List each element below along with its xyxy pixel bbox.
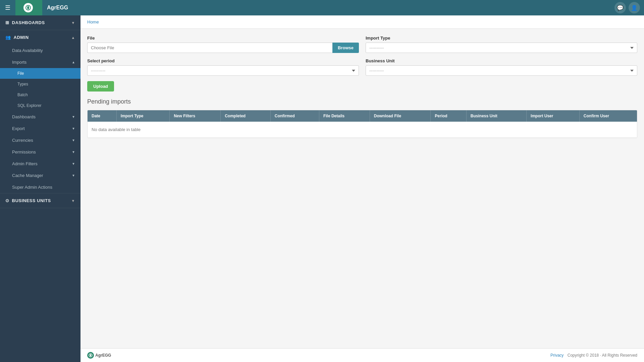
top-navbar: ☰ AgrEGG 💬 👤 [0, 0, 644, 15]
footer-brand-name: AgrEGG [95, 353, 111, 358]
business-units-icon: ⊙ [5, 198, 9, 203]
svg-point-3 [90, 354, 91, 357]
sidebar-header-business-units-left: ⊙ BUSINESS UNITS [5, 198, 51, 203]
col-import-type: Import Type [116, 110, 169, 122]
footer-right: Privacy Copyright © 2018 · All Rights Re… [550, 353, 637, 358]
sidebar-item-dashboards-sub[interactable]: Dashboards ▼ [0, 111, 80, 123]
imports-chevron-icon: ▲ [72, 60, 75, 64]
select-period-select[interactable]: ---------- [87, 65, 359, 76]
table-header-row: Date Import Type New Filters Completed C… [88, 110, 637, 122]
business-units-chevron-icon: ▼ [71, 199, 75, 203]
layout: ⊞ DASHBOARDS ▼ 👥 ADMIN ▲ Data Availabili… [0, 15, 644, 362]
upload-button[interactable]: Upload [87, 81, 114, 92]
form-group-file: File Browse [87, 36, 359, 53]
sidebar-item-batch[interactable]: Batch [0, 89, 80, 100]
export-chevron-icon: ▼ [72, 127, 75, 130]
sidebar-item-label-cache-manager: Cache Manager [12, 173, 43, 178]
form-group-business-unit: Business Unit ---------- [366, 58, 637, 76]
footer-logo: AgrEGG [87, 352, 111, 359]
footer-logo-icon [87, 352, 94, 359]
sidebar-item-data-availability[interactable]: Data Availability [0, 45, 80, 56]
sidebar-item-label-dashboards-sub: Dashboards [12, 114, 36, 119]
sidebar-header-dashboards[interactable]: ⊞ DASHBOARDS ▼ [0, 15, 80, 30]
file-label: File [87, 36, 359, 41]
business-unit-select[interactable]: ---------- [366, 65, 637, 76]
sidebar-label-dashboards: DASHBOARDS [12, 20, 45, 25]
footer-logo-svg [88, 353, 93, 358]
chevron-down-icon: ▼ [71, 21, 75, 25]
main-content: Home File Browse Import Type ---------- [80, 15, 644, 362]
file-input[interactable] [87, 43, 332, 53]
sidebar-item-label-data-availability: Data Availability [12, 48, 43, 53]
svg-point-1 [27, 6, 29, 9]
sidebar-item-label-types: Types [17, 82, 28, 86]
brand-name: AgrEGG [42, 5, 68, 11]
sidebar-section-dashboards: ⊞ DASHBOARDS ▼ [0, 15, 80, 30]
col-completed: Completed [221, 110, 271, 122]
table-body: No data available in table [88, 122, 637, 138]
sidebar-item-currencies[interactable]: Currencies ▼ [0, 134, 80, 146]
logo-svg [25, 5, 31, 11]
sidebar-header-dashboards-left: ⊞ DASHBOARDS [5, 20, 45, 25]
browse-button[interactable]: Browse [332, 43, 359, 53]
form-row-1: File Browse Import Type ---------- [87, 36, 637, 53]
hamburger-icon: ☰ [5, 4, 10, 11]
privacy-link[interactable]: Privacy [550, 353, 564, 358]
sidebar-item-label-super-admin-actions: Super Admin Actions [12, 185, 52, 190]
col-download-file: Download File [370, 110, 431, 122]
footer-copyright: Copyright © 2018 · All Rights Reserved [568, 353, 637, 358]
sidebar-label-business-units: BUSINESS UNITS [12, 198, 51, 203]
sidebar-item-label-currencies: Currencies [12, 138, 33, 143]
page-body: File Browse Import Type ---------- Selec… [80, 29, 644, 348]
sidebar-item-label-sql-explorer: SQL Explorer [17, 103, 42, 108]
sidebar-header-business-units[interactable]: ⊙ BUSINESS UNITS ▼ [0, 193, 80, 208]
col-confirmed: Confirmed [270, 110, 319, 122]
sidebar-item-file[interactable]: File [0, 68, 80, 79]
sidebar-item-label-file: File [17, 71, 24, 76]
sidebar-item-label-imports: Imports [12, 60, 26, 65]
pending-imports-table: Date Import Type New Filters Completed C… [88, 110, 637, 138]
admin-icon: 👥 [5, 35, 11, 40]
sidebar-section-business-units: ⊙ BUSINESS UNITS ▼ [0, 193, 80, 208]
col-import-user: Import User [527, 110, 580, 122]
col-new-filters: New Filters [170, 110, 221, 122]
navbar-left: ☰ AgrEGG [0, 0, 68, 15]
col-business-unit: Business Unit [466, 110, 526, 122]
select-period-label: Select period [87, 58, 359, 63]
sidebar-item-permissions[interactable]: Permissions ▼ [0, 146, 80, 158]
sidebar-item-imports[interactable]: Imports ▲ [0, 56, 80, 68]
file-input-group: Browse [87, 43, 359, 53]
sidebar-header-admin-left: 👥 ADMIN [5, 35, 29, 40]
breadcrumb-home-link[interactable]: Home [87, 19, 99, 24]
admin-filters-chevron-icon: ▼ [72, 162, 75, 166]
sidebar-header-admin[interactable]: 👥 ADMIN ▲ [0, 30, 80, 45]
sidebar-item-super-admin-actions[interactable]: Super Admin Actions [0, 181, 80, 193]
sidebar-item-cache-manager[interactable]: Cache Manager ▼ [0, 170, 80, 181]
chevron-up-icon: ▲ [71, 36, 75, 40]
breadcrumb: Home [80, 15, 644, 29]
sidebar-item-admin-filters[interactable]: Admin Filters ▼ [0, 158, 80, 170]
form-group-select-period: Select period ---------- [87, 58, 359, 76]
col-file-details: File Details [319, 110, 370, 122]
import-type-select[interactable]: ---------- [366, 43, 637, 53]
brand-logo[interactable] [15, 0, 42, 15]
sidebar: ⊞ DASHBOARDS ▼ 👥 ADMIN ▲ Data Availabili… [0, 15, 80, 362]
hamburger-button[interactable]: ☰ [0, 0, 15, 15]
sidebar-label-admin: ADMIN [14, 35, 29, 40]
col-confirm-user: Confirm User [579, 110, 637, 122]
sidebar-item-types[interactable]: Types [0, 79, 80, 89]
permissions-chevron-icon: ▼ [72, 150, 75, 154]
sidebar-item-export[interactable]: Export ▼ [0, 123, 80, 134]
section-title-pending-imports: Pending imports [87, 98, 637, 105]
user-button[interactable]: 👤 [629, 2, 640, 13]
table-empty-message: No data available in table [88, 122, 637, 138]
col-period: Period [431, 110, 466, 122]
dashboards-icon: ⊞ [5, 20, 9, 25]
sidebar-item-label-batch: Batch [17, 93, 28, 97]
sidebar-item-sql-explorer[interactable]: SQL Explorer [0, 100, 80, 111]
chat-button[interactable]: 💬 [614, 2, 626, 13]
cache-manager-chevron-icon: ▼ [72, 174, 75, 177]
table-wrapper: Date Import Type New Filters Completed C… [87, 110, 637, 138]
navbar-right: 💬 👤 [614, 2, 644, 13]
col-date: Date [88, 110, 116, 122]
